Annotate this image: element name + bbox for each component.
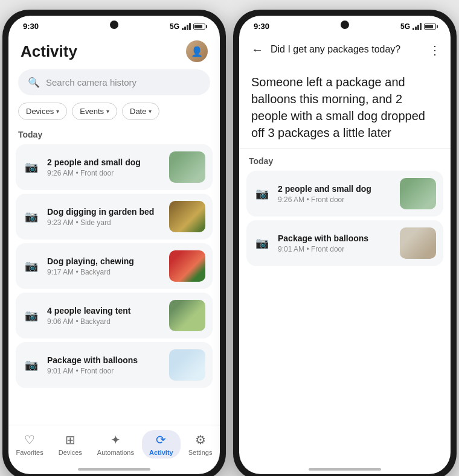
settings-icon: ⚙ (195, 433, 206, 447)
search-placeholder-1: Search camera history (46, 77, 136, 87)
filter-events[interactable]: Events ▾ (72, 103, 117, 120)
activity-info-2: Dog playing, chewing 9:17 AM • Backyard (47, 256, 162, 276)
activity-info-4: Package with balloons 9:01 AM • Front do… (47, 355, 162, 375)
filter-date[interactable]: Date ▾ (122, 103, 159, 120)
nav-devices[interactable]: ⊞ Devices (51, 430, 89, 459)
phone-1: 9:30 5G Activity (2, 10, 226, 476)
status-bar-1: 9:30 5G (8, 16, 220, 33)
activity-dot-2: • (75, 268, 80, 276)
time-1: 9:30 (23, 22, 39, 31)
screen-1-content: Activity 👤 🔍 Search camera history Devic… (8, 33, 220, 466)
result-item-0[interactable]: 📷 2 people and small dog 9:26 AM • Front… (246, 171, 443, 217)
bar4 (189, 23, 191, 30)
result-dot-0: • (306, 195, 311, 204)
result-location-1: Front door (311, 245, 344, 253)
thumb-img-2 (169, 250, 205, 282)
result-time-0: 9:26 AM (278, 195, 304, 204)
camera-notch-2 (341, 21, 349, 29)
activity-thumb-2 (169, 250, 205, 282)
s-bar4 (420, 23, 422, 30)
activity-item-0[interactable]: 📷 2 people and small dog 9:26 AM • Front… (16, 144, 213, 190)
nav-automations[interactable]: ✦ Automations (90, 430, 141, 459)
activity-dot-1: • (75, 218, 80, 227)
activity-item-2[interactable]: 📷 Dog playing, chewing 9:17 AM • Backyar… (16, 243, 213, 289)
filter-devices-label: Devices (26, 107, 54, 116)
activity-meta-0: 9:26 AM • Front door (47, 169, 162, 177)
filter-devices[interactable]: Devices ▾ (18, 103, 67, 120)
phone-2-screen: 9:30 5G ← Did I get any p (239, 16, 451, 474)
chevron-devices-icon: ▾ (56, 108, 59, 115)
result-thumb-0 (400, 178, 436, 209)
result-thumb-1 (400, 227, 436, 259)
nav-activity[interactable]: ⟳ Activity (142, 430, 181, 459)
section-today-2: Today (246, 149, 443, 171)
s-bar1 (412, 28, 414, 30)
result-thumb-img-1 (400, 227, 436, 259)
activity-title-0: 2 people and small dog (47, 157, 162, 168)
section-today-1: Today (8, 127, 220, 144)
result-cam-icon-1: 📷 (254, 235, 271, 252)
automations-icon: ✦ (111, 433, 121, 447)
activity-meta-2: 9:17 AM • Backyard (47, 268, 162, 276)
activity-item-4[interactable]: 📷 Package with balloons 9:01 AM • Front … (16, 342, 213, 388)
camera-icon-1: 📷 (25, 210, 38, 223)
camera-icon-2: 📷 (25, 259, 38, 273)
search-icon-1: 🔍 (28, 77, 40, 88)
activity-info-1: Dog digging in garden bed 9:23 AM • Side… (47, 206, 162, 227)
battery-icon-2 (424, 24, 436, 30)
result-meta-0: 9:26 AM • Front door (278, 195, 393, 204)
chevron-events-icon: ▾ (106, 108, 109, 115)
activity-time-1: 9:23 AM (47, 218, 74, 227)
chevron-date-icon: ▾ (149, 108, 152, 115)
ai-response-text: Someone left a package and balloons this… (239, 64, 451, 149)
avatar-1[interactable]: 👤 (186, 40, 208, 62)
nav-settings[interactable]: ⚙ Settings (181, 430, 220, 459)
thumb-img-3 (169, 300, 205, 331)
result-thumb-img-0 (400, 178, 436, 209)
cam-icon-box-0: 📷 (23, 159, 40, 176)
result-camera-icon-1: 📷 (255, 236, 269, 250)
activity-meta-4: 9:01 AM • Front door (47, 367, 162, 375)
result-meta-1: 9:01 AM • Front door (278, 245, 393, 253)
heart-icon: ♡ (24, 433, 35, 447)
activity-icon: ⟳ (156, 433, 166, 447)
activity-location-2: Backyard (80, 268, 111, 276)
bar3 (187, 25, 188, 30)
result-location-0: Front door (311, 195, 344, 204)
activity-info-3: 4 people leaving tent 9:06 AM • Backyard (47, 305, 162, 326)
activity-item-1[interactable]: 📷 Dog digging in garden bed 9:23 AM • Si… (16, 194, 213, 240)
result-time-1: 9:01 AM (278, 245, 304, 253)
activity-thumb-1 (169, 201, 205, 232)
app-header-1: Activity 👤 (8, 33, 220, 67)
activity-item-3[interactable]: 📷 4 people leaving tent 9:06 AM • Backya… (16, 293, 213, 338)
more-options-button[interactable]: ⋮ (429, 43, 441, 57)
activity-title-2: Dog playing, chewing (47, 256, 162, 267)
cam-icon-box-3: 📷 (23, 307, 40, 324)
result-camera-icon-0: 📷 (255, 187, 269, 200)
phone-1-screen: 9:30 5G Activity (8, 16, 220, 474)
search-bar-1[interactable]: 🔍 Search camera history (18, 69, 210, 95)
activity-title-1: Dog digging in garden bed (47, 206, 162, 217)
screen-2-content: ← Did I get any packages today? ⋮ Someon… (239, 33, 451, 466)
bar1 (182, 28, 184, 30)
cam-icon-box-2: 📷 (23, 258, 40, 274)
result-item-1[interactable]: 📷 Package with balloons 9:01 AM • Front … (246, 220, 443, 266)
status-icons-2: 5G (400, 22, 436, 31)
activity-location-1: Side yard (80, 218, 111, 227)
activity-time-0: 9:26 AM (47, 169, 74, 177)
avatar-image-1: 👤 (186, 40, 208, 62)
activity-info-0: 2 people and small dog 9:26 AM • Front d… (47, 157, 162, 177)
activity-time-3: 9:06 AM (47, 317, 74, 326)
s-bar2 (415, 27, 417, 30)
nav-favorites[interactable]: ♡ Favorites (8, 430, 50, 459)
home-indicator-2 (309, 468, 381, 471)
result-info-1: Package with balloons 9:01 AM • Front do… (278, 233, 393, 253)
nav-settings-label: Settings (188, 449, 213, 456)
back-button[interactable]: ← (249, 40, 266, 59)
signal-bars-2 (412, 23, 422, 30)
result-title-1: Package with balloons (278, 233, 393, 244)
bottom-nav-1: ♡ Favorites ⊞ Devices ✦ Automations ⟳ Ac… (8, 425, 220, 466)
result-list: 📷 2 people and small dog 9:26 AM • Front… (246, 171, 443, 266)
battery-icon-1 (193, 24, 205, 30)
activity-location-0: Front door (80, 169, 114, 177)
